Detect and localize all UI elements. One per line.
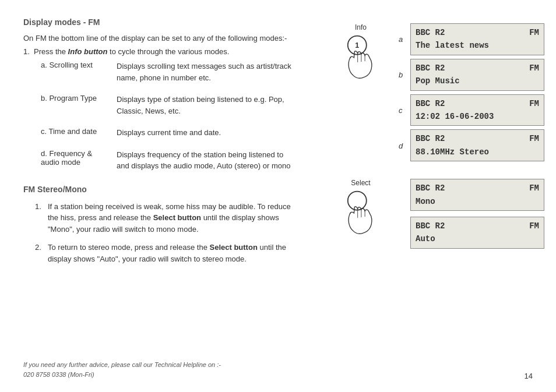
step-stereo-text: To return to stereo mode, press and rele…	[48, 242, 303, 264]
lcd-select-auto-left: BBC R2	[416, 220, 445, 232]
lcd-select-auto-line2: Auto	[416, 232, 539, 245]
lcd-c-line2: 12:02 16-06-2003	[416, 110, 539, 123]
step-mono-bold: Select button	[153, 213, 201, 222]
intro-text: On FM the bottom line of the display can…	[23, 34, 291, 43]
footer-line2: 020 8758 0338 (Mon-Fri)	[23, 370, 221, 380]
sub-desc-c: Displays current time and date.	[117, 127, 291, 139]
lcd-select-mono-left: BBC R2	[416, 182, 445, 195]
lcd-d-line1-right: FM	[529, 132, 539, 145]
select-hand-icon	[340, 189, 381, 236]
lcd-c-line1-right: FM	[529, 97, 539, 110]
sub-row-c: c. Time and date Displays current time a…	[41, 127, 291, 139]
step1-rest: to cycle through the various modes.	[107, 47, 229, 56]
lcd-box-b: BBC R2 FM Pop Music	[410, 59, 544, 91]
lcd-select-mono: BBC R2 FM Mono	[410, 179, 544, 211]
page: Display modes - FM On FM the bottom line…	[0, 0, 556, 392]
sub-label-a: a. Scrolling text	[41, 61, 117, 69]
sub-row-a: a. Scrolling text Displays scrolling tex…	[41, 61, 291, 83]
sub-row-b: b. Program Type Displays type of station…	[41, 94, 291, 116]
lcd-c-line1: BBC R2 FM	[416, 97, 539, 110]
info-area: Info 1 a	[340, 17, 539, 161]
select-area: Select BBC R2 FM	[340, 173, 539, 249]
lcd-box-c-wrap: c BBC R2 FM 12:02 16-06-2003	[410, 94, 544, 126]
lcd-info-column: a BBC R2 FM The latest news b BBC R2	[393, 23, 544, 161]
right-panel: Info 1 a	[340, 17, 539, 249]
footer-text: If you need any further advice, please c…	[23, 360, 221, 380]
sub-table: a. Scrolling text Displays scrolling tex…	[41, 61, 291, 172]
lcd-b-line1-left: BBC R2	[416, 62, 445, 75]
lcd-box-d-wrap: d BBC R2 FM 88.10MHz Stereo	[410, 129, 544, 161]
lcd-select-mono-line2: Mono	[416, 195, 539, 208]
row-label-a: a	[399, 35, 403, 44]
sub-label-c: c. Time and date	[41, 127, 117, 136]
row-label-d: d	[399, 141, 403, 150]
row-label-c: c	[399, 105, 403, 114]
sub-label-d: d. Frequency &audio mode	[41, 149, 117, 167]
step-mono-text: If a station being received is weak, som…	[48, 201, 303, 235]
step-stereo-text1: To return to stereo mode, press and rele…	[48, 243, 210, 252]
lcd-d-line2: 88.10MHz Stereo	[416, 146, 539, 158]
lcd-select-auto: BBC R2 FM Auto	[410, 217, 544, 249]
lcd-select-auto-right: FM	[529, 220, 539, 232]
sub-row-d: d. Frequency &audio mode Displays freque…	[41, 149, 291, 172]
lcd-b-line1-right: FM	[529, 62, 539, 75]
sub-desc-a: Displays scrolling text messages such as…	[117, 61, 291, 83]
step1-number: 1. Press the	[23, 47, 68, 56]
footer-line1: If you need any further advice, please c…	[23, 360, 221, 370]
step1-bold: Info button	[68, 47, 108, 56]
step-mono-num: 1.	[35, 201, 45, 235]
sub-desc-b: Displays type of station being listened …	[117, 94, 291, 116]
lcd-select-mono-right: FM	[529, 182, 539, 195]
lcd-b-line2: Pop Music	[416, 75, 539, 87]
lcd-a-line1-right: FM	[529, 26, 539, 39]
lcd-select-mono-line1: BBC R2 FM	[416, 182, 539, 195]
sub-label-b: b. Program Type	[41, 94, 117, 103]
lcd-d-line1: BBC R2 FM	[416, 132, 539, 145]
lcd-box-c: BBC R2 FM 12:02 16-06-2003	[410, 94, 544, 126]
info-button-wrap: Info 1	[340, 23, 381, 80]
info-hand-icon: 1	[340, 34, 381, 80]
footer: If you need any further advice, please c…	[23, 360, 533, 380]
lcd-b-line1: BBC R2 FM	[416, 62, 539, 75]
lcd-box-a: BBC R2 FM The latest news	[410, 23, 544, 55]
lcd-box-b-wrap: b BBC R2 FM Pop Music	[410, 59, 544, 91]
lcd-a-line1-left: BBC R2	[416, 26, 445, 39]
step-stereo: 2. To return to stereo mode, press and r…	[35, 242, 303, 264]
lcd-box-a-wrap: a BBC R2 FM The latest news	[410, 23, 544, 55]
select-label: Select	[351, 179, 370, 187]
step1-text: 1. Press the Info button to cycle throug…	[23, 47, 291, 56]
select-button-wrap: Select	[340, 179, 381, 236]
lcd-a-line1: BBC R2 FM	[416, 26, 539, 39]
sub-desc-d: Displays frequency of the station being …	[117, 149, 291, 172]
lcd-a-line2: The latest news	[416, 39, 539, 52]
lcd-select-auto-line1: BBC R2 FM	[416, 220, 539, 232]
lcd-d-line1-left: BBC R2	[416, 132, 445, 145]
info-label: Info	[355, 23, 367, 31]
step-stereo-bold: Select button	[210, 243, 258, 252]
row-label-b: b	[399, 70, 403, 79]
step-stereo-num: 2.	[35, 242, 45, 264]
step-mono: 1. If a station being received is weak, …	[35, 201, 303, 235]
svg-text:1: 1	[355, 41, 359, 50]
lcd-select-column: BBC R2 FM Mono BBC R2 FM Auto	[393, 179, 544, 249]
lcd-box-d: BBC R2 FM 88.10MHz Stereo	[410, 129, 544, 161]
lcd-c-line1-left: BBC R2	[416, 97, 445, 110]
page-number: 14	[525, 372, 533, 380]
